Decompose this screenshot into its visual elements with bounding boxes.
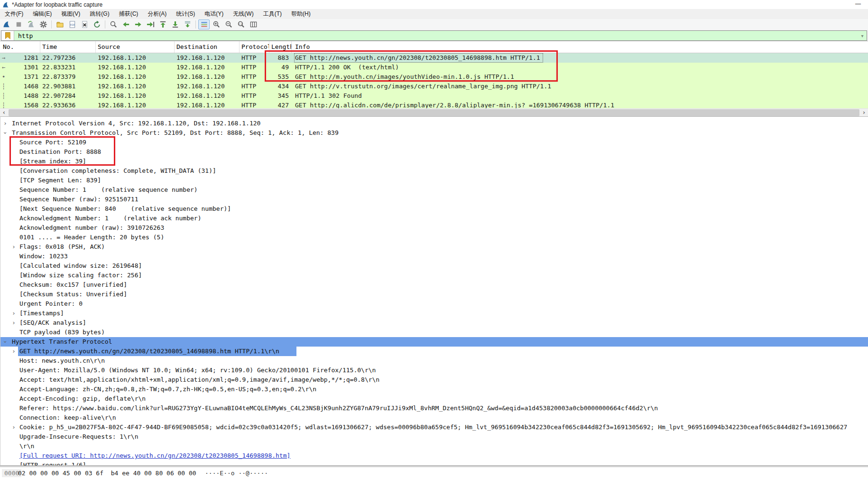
packet-row[interactable]: ┆146822.903881192.168.1.120192.168.1.120…: [0, 82, 868, 91]
column-header-destination[interactable]: Destination: [175, 41, 240, 53]
go-back-icon[interactable]: [120, 19, 131, 29]
capture-options-icon[interactable]: [37, 19, 49, 29]
hex-bytes[interactable]: 02 00 00 00 45 00 03 6f b4 ee 40 00 80 0…: [18, 470, 196, 477]
detail-row[interactable]: ›Transmission Control Protocol, Src Port…: [0, 128, 868, 138]
detail-row[interactable]: ›Hypertext Transfer Protocol: [0, 337, 868, 347]
collapse-arrow-icon[interactable]: ›: [0, 130, 10, 136]
menu-tools[interactable]: 工具(T): [259, 9, 286, 19]
expand-arrow-icon[interactable]: ›: [11, 347, 17, 356]
close-file-icon[interactable]: [79, 19, 90, 29]
scroll-right-arrow[interactable]: ›: [860, 109, 868, 117]
auto-scroll-icon[interactable]: [182, 19, 193, 29]
packet-destination-cell: 192.168.1.120: [175, 63, 240, 72]
zoom-out-icon[interactable]: [223, 19, 234, 29]
detail-text: Acknowledgment Number: 1 (relative ack n…: [19, 215, 202, 222]
detail-row[interactable]: Upgrade-Insecure-Requests: 1\r\n: [0, 432, 868, 442]
detail-row[interactable]: Connection: keep-alive\r\n: [0, 413, 868, 423]
detail-row[interactable]: ›Internet Protocol Version 4, Src: 192.1…: [0, 119, 868, 128]
menu-wireless[interactable]: 无线(W): [228, 9, 258, 19]
detail-row[interactable]: Host: news.youth.cn\r\n: [0, 356, 868, 366]
menu-telephony[interactable]: 电话(Y): [200, 9, 228, 19]
detail-row[interactable]: [Next Sequence Number: 840 (relative seq…: [0, 204, 868, 214]
detail-row[interactable]: [Full request URI: http://news.youth.cn/…: [0, 451, 868, 461]
detail-row[interactable]: Referer: https://www.baidu.com/link?url=…: [0, 404, 868, 413]
display-filter-input[interactable]: http: [14, 31, 858, 40]
menu-file[interactable]: 文件(F): [0, 9, 28, 19]
reload-icon[interactable]: [91, 19, 102, 29]
detail-text: [Checksum Status: Unverified]: [19, 291, 127, 298]
menu-help[interactable]: 帮助(H): [286, 9, 315, 19]
resize-columns-icon[interactable]: [248, 19, 259, 29]
menu-go[interactable]: 跳转(G): [85, 9, 114, 19]
detail-row[interactable]: [Calculated window size: 2619648]: [0, 261, 868, 271]
expand-arrow-icon[interactable]: ›: [11, 242, 17, 252]
detail-row[interactable]: 0101 .... = Header Length: 20 bytes (5): [0, 233, 868, 242]
scrollbar-thumb[interactable]: [9, 109, 859, 116]
detail-row[interactable]: \r\n: [0, 442, 868, 451]
detail-row[interactable]: ›Cookie: p_h5_u=2B027F5A-802C-4F47-944D-…: [0, 423, 868, 432]
detail-row[interactable]: Checksum: 0xc157 [unverified]: [0, 280, 868, 290]
expand-arrow-icon[interactable]: ›: [11, 318, 17, 328]
go-last-icon[interactable]: [169, 19, 181, 29]
packet-row[interactable]: ┆156822.933636192.168.1.120192.168.1.120…: [0, 101, 868, 108]
scroll-left-arrow[interactable]: ‹: [0, 109, 8, 117]
detail-row[interactable]: Acknowledgment number (raw): 3910726263: [0, 223, 868, 233]
start-capture-icon[interactable]: [0, 19, 12, 29]
column-header-source[interactable]: Source: [96, 41, 175, 53]
expand-arrow-icon[interactable]: ›: [11, 309, 17, 318]
column-header-time[interactable]: Time: [40, 41, 96, 53]
open-file-icon[interactable]: [54, 19, 65, 29]
detail-row[interactable]: Accept-Encoding: gzip, deflate\r\n: [0, 394, 868, 404]
stop-capture-icon[interactable]: [13, 19, 24, 29]
find-packet-icon[interactable]: [108, 19, 119, 29]
detail-row[interactable]: Acknowledgment Number: 1 (relative ack n…: [0, 214, 868, 223]
filter-dropdown-icon[interactable]: ▾: [858, 31, 867, 40]
expand-arrow-icon[interactable]: ›: [11, 423, 17, 432]
collapse-arrow-icon[interactable]: ›: [0, 339, 10, 345]
packet-row[interactable]: ┆148822.907284192.168.1.120192.168.1.120…: [0, 91, 868, 101]
detail-row[interactable]: [Checksum Status: Unverified]: [0, 290, 868, 299]
horizontal-scrollbar[interactable]: ‹ ›: [0, 108, 868, 117]
menu-capture[interactable]: 捕获(C): [114, 9, 143, 19]
detail-row[interactable]: Sequence Number (raw): 925150711: [0, 195, 868, 204]
detail-row[interactable]: Window: 10233: [0, 252, 868, 261]
detail-row[interactable]: Accept-Language: zh-CN,zh;q=0.8,zh-TW;q=…: [0, 385, 868, 394]
packet-no: 1568: [24, 102, 38, 108]
minimize-button[interactable]: —: [850, 0, 866, 9]
restart-capture-icon[interactable]: [25, 19, 37, 29]
zoom-in-icon[interactable]: [211, 19, 222, 29]
detail-row[interactable]: Destination Port: 8888: [0, 147, 868, 157]
detail-row[interactable]: Sequence Number: 1 (relative sequence nu…: [0, 185, 868, 195]
detail-row[interactable]: Source Port: 52109: [0, 138, 868, 147]
filter-bookmark-button[interactable]: [1, 31, 14, 40]
detail-row[interactable]: TCP payload (839 bytes): [0, 328, 868, 337]
detail-row[interactable]: [Stream index: 39]: [0, 157, 868, 166]
menu-view[interactable]: 视图(V): [56, 9, 85, 19]
detail-row[interactable]: [HTTP request 1/6]: [0, 461, 868, 465]
detail-row[interactable]: User-Agent: Mozilla/5.0 (Windows NT 10.0…: [0, 366, 868, 375]
detail-row[interactable]: ›GET http://news.youth.cn/gn/202308/t202…: [0, 347, 868, 356]
menu-statistics[interactable]: 统计(S): [171, 9, 200, 19]
main-toolbar: 0101:1: [0, 19, 868, 30]
detail-row[interactable]: ›[SEQ/ACK analysis]: [0, 318, 868, 328]
detail-row[interactable]: ›[Timestamps]: [0, 309, 868, 318]
save-file-icon[interactable]: 010: [66, 19, 78, 29]
menu-analyze[interactable]: 分析(A): [143, 9, 171, 19]
hex-ascii[interactable]: ····E··o ··@·····: [205, 470, 268, 477]
detail-row[interactable]: [Conversation completeness: Complete, WI…: [0, 166, 868, 176]
detail-row[interactable]: [TCP Segment Len: 839]: [0, 176, 868, 185]
column-header-no[interactable]: No.: [0, 41, 40, 53]
detail-row[interactable]: Accept: text/html,application/xhtml+xml,…: [0, 375, 868, 385]
zoom-reset-icon[interactable]: 1:1: [235, 19, 247, 29]
menu-edit[interactable]: 编辑(E): [28, 9, 56, 19]
colorize-icon[interactable]: [198, 19, 210, 29]
detail-row[interactable]: [Window size scaling factor: 256]: [0, 271, 868, 280]
detail-text: Host: news.youth.cn\r\n: [19, 357, 105, 364]
detail-row[interactable]: Urgent Pointer: 0: [0, 299, 868, 309]
packet-destination-cell: 192.168.1.120: [175, 53, 240, 63]
go-forward-icon[interactable]: [132, 19, 144, 29]
go-to-packet-icon[interactable]: [145, 19, 156, 29]
detail-row[interactable]: ›Flags: 0x018 (PSH, ACK): [0, 242, 868, 252]
go-first-icon[interactable]: [157, 19, 168, 29]
expand-arrow-icon[interactable]: ›: [2, 119, 8, 128]
